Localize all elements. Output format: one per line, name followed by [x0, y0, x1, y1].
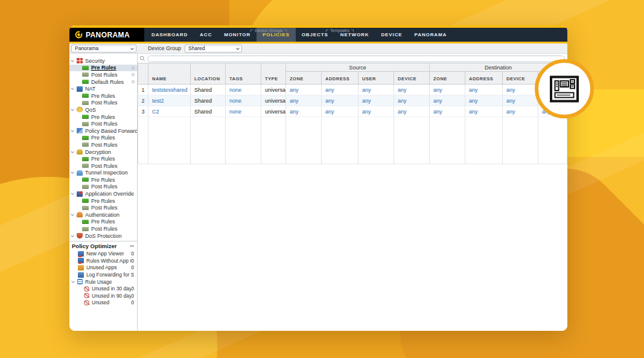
sidebar-section-tunnel-inspection[interactable]: Tunnel Inspection: [69, 170, 137, 177]
tab-dashboard[interactable]: DASHBOARD: [145, 28, 194, 42]
rule-name-link[interactable]: test2: [148, 95, 191, 106]
device-group-select[interactable]: Shared: [185, 45, 242, 53]
chevron-down-icon[interactable]: [71, 107, 74, 111]
rule-tags-link[interactable]: none: [226, 85, 261, 95]
column-header-name[interactable]: NAME: [148, 63, 191, 85]
column-header-src-zone[interactable]: ZONE: [286, 72, 322, 85]
src-address-link[interactable]: any: [322, 85, 359, 95]
column-header-type[interactable]: TYPE: [261, 63, 286, 85]
sidebar-item-nat-pre-rules[interactable]: Pre Rules: [69, 92, 137, 100]
dst-zone-link[interactable]: any: [430, 106, 465, 117]
src-address-link[interactable]: any: [322, 106, 359, 117]
sidebar-item-nat-post-rules[interactable]: Post Rules: [69, 100, 137, 107]
po-item-rule-usage[interactable]: Rule Usage: [69, 278, 137, 286]
src-zone-link[interactable]: any: [286, 85, 322, 95]
chevron-down-icon[interactable]: [71, 280, 75, 283]
column-header-dst-address[interactable]: ADDRESS: [465, 72, 503, 85]
sidebar-section-security[interactable]: Security: [69, 57, 137, 65]
rule-name-link[interactable]: teststesshared: [148, 85, 191, 95]
context-select[interactable]: Panorama: [71, 45, 136, 53]
count-badge: 0: [131, 251, 137, 257]
dst-address-link[interactable]: any: [465, 85, 503, 95]
policy-optimizer-header: Policy Optimizer: [69, 241, 137, 250]
po-item-unused[interactable]: Unused 0: [69, 299, 137, 307]
sidebar-item-decryption-post-rules[interactable]: Post Rules: [69, 162, 137, 170]
sidebar-section-application-override[interactable]: Application Override: [69, 190, 137, 197]
column-header-src-user[interactable]: USER: [359, 72, 394, 85]
sidebar-item-appoverride-pre-rules[interactable]: Pre Rules: [69, 197, 137, 205]
dst-device-link[interactable]: any: [503, 95, 538, 106]
sidebar-item-tunnel-pre-rules[interactable]: Pre Rules: [69, 176, 137, 184]
src-zone-link[interactable]: any: [286, 95, 322, 106]
po-item-unused-apps[interactable]: Unused Apps 0: [69, 264, 137, 272]
rule-tags-link[interactable]: none: [226, 95, 261, 106]
circle-indicator-icon: [132, 66, 135, 69]
po-item-log-forwarding[interactable]: Log Forwarding for Security Ser: [69, 271, 137, 278]
src-user-link[interactable]: any: [359, 85, 394, 95]
src-user-link[interactable]: any: [359, 106, 394, 117]
sidebar-item-authentication-pre-rules[interactable]: Pre Rules: [69, 219, 137, 226]
src-device-link[interactable]: any: [394, 95, 430, 106]
sidebar-item-security-post-rules[interactable]: Post Rules: [69, 71, 137, 78]
sidebar-section-authentication[interactable]: Authentication: [69, 211, 137, 219]
sidebar-item-security-default-rules[interactable]: Default Rules: [69, 78, 137, 86]
rule-name-link[interactable]: C2: [148, 106, 191, 117]
chevron-down-icon[interactable]: [71, 213, 74, 216]
sidebar-item-pbf-pre-rules[interactable]: Pre Rules: [69, 135, 137, 142]
tab-device[interactable]: DEVICE: [375, 28, 408, 42]
column-header-location[interactable]: LOCATION: [191, 63, 226, 85]
sidebar-item-decryption-pre-rules[interactable]: Pre Rules: [69, 155, 137, 162]
src-user-link[interactable]: any: [359, 95, 394, 106]
src-zone-link[interactable]: any: [286, 106, 322, 117]
dst-address-link[interactable]: any: [465, 95, 503, 106]
row-number: 3: [138, 106, 148, 117]
column-header-src-address[interactable]: ADDRESS: [322, 72, 359, 85]
po-item-new-app-viewer[interactable]: New App Viewer 0: [69, 250, 137, 257]
sidebar-item-pbf-post-rules[interactable]: Post Rules: [69, 141, 137, 149]
chevron-down-icon[interactable]: [71, 59, 74, 62]
chevron-down-icon[interactable]: [71, 191, 74, 195]
chevron-down-icon[interactable]: [71, 150, 74, 153]
column-header-src-device[interactable]: DEVICE: [394, 72, 430, 85]
panorama-logo: PANORAMA: [69, 28, 144, 42]
column-header-dst-device[interactable]: DEVICE: [503, 72, 538, 85]
pre-rules-icon: [82, 220, 89, 224]
src-device-link[interactable]: any: [394, 85, 430, 95]
sidebar-item-authentication-post-rules[interactable]: Post Rules: [69, 225, 137, 232]
src-address-link[interactable]: any: [322, 95, 359, 106]
post-rules-icon: [82, 101, 89, 105]
search-input[interactable]: [147, 56, 565, 62]
rule-tags-link[interactable]: none: [226, 106, 261, 117]
chevron-down-icon[interactable]: [71, 170, 74, 174]
po-item-unused-30-days[interactable]: Unused in 30 days 0: [69, 285, 137, 292]
sidebar-section-nat[interactable]: NAT: [69, 85, 137, 92]
po-item-rules-without-app-controls[interactable]: Rules Without App Controls 0: [69, 257, 137, 264]
tab-panorama[interactable]: PANORAMA: [409, 28, 453, 42]
column-header-tags[interactable]: TAGS: [226, 63, 261, 85]
sidebar-item-qos-pre-rules[interactable]: Pre Rules: [69, 113, 137, 121]
chevron-down-icon[interactable]: [71, 86, 74, 90]
tab-acc[interactable]: ACC: [194, 28, 218, 42]
src-device-link[interactable]: any: [394, 106, 430, 117]
sidebar-section-policy-based-forwarding[interactable]: Policy Based Forwarding: [69, 127, 137, 135]
bracket-tick: [284, 30, 287, 32]
chevron-down-icon[interactable]: [71, 234, 74, 237]
column-header-dst-zone[interactable]: ZONE: [430, 72, 465, 85]
dst-zone-link[interactable]: any: [430, 95, 465, 106]
dst-device-link[interactable]: any: [503, 106, 538, 117]
dst-device-link[interactable]: any: [503, 85, 538, 95]
sidebar-item-qos-post-rules[interactable]: Post Rules: [69, 120, 137, 127]
no-symbol-icon: [84, 293, 89, 298]
sidebar-item-appoverride-post-rules[interactable]: Post Rules: [69, 204, 137, 211]
sidebar-item-tunnel-post-rules[interactable]: Post Rules: [69, 184, 137, 191]
sidebar-section-decryption[interactable]: Decryption: [69, 149, 137, 156]
dst-address-link[interactable]: any: [465, 106, 503, 117]
dst-zone-link[interactable]: any: [430, 85, 465, 95]
sidebar-section-dos-protection[interactable]: DoS Protection: [69, 232, 137, 240]
sidebar-item-security-pre-rules[interactable]: Pre Rules: [69, 65, 137, 72]
panorama-logo-icon: [75, 31, 83, 39]
po-item-unused-90-days[interactable]: Unused in 90 days 0: [69, 292, 137, 299]
minus-icon[interactable]: [130, 246, 134, 246]
sidebar-section-qos[interactable]: QoS: [69, 106, 137, 113]
chevron-down-icon[interactable]: [71, 129, 74, 132]
